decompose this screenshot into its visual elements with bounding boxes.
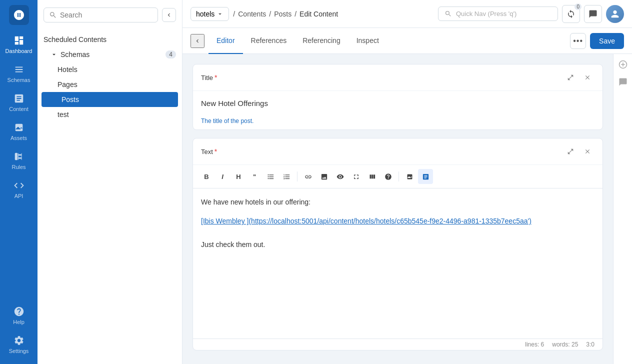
rte-words-count: words: 25 [552,341,578,348]
schemas-tree-label: Schemas [60,50,90,58]
rte-ordered-list-button[interactable] [279,169,294,184]
rte-heading-button[interactable]: H [231,169,246,184]
text-field-label: Text [201,148,213,156]
rte-image-button[interactable] [316,169,332,184]
title-input[interactable] [193,91,602,116]
tab-inspect-label: Inspect [356,36,379,44]
collapse-sidebar-button[interactable] [162,8,176,22]
tab-bar: Editor References Referencing Inspect ••… [182,28,632,54]
rte-fullscreen-button[interactable] [348,169,364,184]
assets-label: Assets [10,135,27,141]
test-label: test [58,110,69,118]
rte-bold-button[interactable]: B [199,169,214,184]
sidebar-item-pages[interactable]: Pages [38,77,182,92]
tab-editor-label: Editor [216,36,235,44]
dashboard-label: Dashboard [6,48,32,54]
title-card-header: Title * [193,64,602,91]
rte-paragraph-3: Just check them out. [201,239,594,250]
text-close-button[interactable] [580,144,594,158]
more-options-button[interactable]: ••• [570,33,586,49]
user-avatar[interactable] [606,5,624,23]
breadcrumb-sep-1: / [233,10,235,18]
breadcrumb-contents[interactable]: Contents [238,10,266,18]
sidebar-item-hotels[interactable]: Hotels [38,62,182,77]
schemas-count-badge: 4 [166,50,176,58]
sidebar-section-scheduled: Scheduled Contents [38,32,182,47]
sidebar-item-schemas-parent[interactable]: Schemas 4 [38,47,182,62]
search-input[interactable] [60,11,152,19]
help-label: Help [13,319,24,325]
tab-inspect[interactable]: Inspect [348,28,387,54]
rte-bullet-list-button[interactable] [263,169,278,184]
right-strip-icon-1[interactable] [618,60,628,70]
rte-hotel-link[interactable]: [Ibis Wembley ](https://localhost:5001/a… [201,217,532,225]
notifications-button[interactable] [584,5,602,23]
sidebar-item-test[interactable]: test [38,107,182,122]
sidebar-item-help[interactable]: Help [0,301,38,330]
rte-italic-button[interactable]: I [215,169,230,184]
tab-back-button[interactable] [190,34,204,48]
nav-bottom-section: Help Settings [0,301,38,359]
hotels-label: Hotels [58,66,78,74]
sidebar-item-posts[interactable]: Posts [42,92,178,107]
save-button[interactable]: Save [590,33,624,49]
editor-container: Title * The title of the post. [182,54,632,364]
title-required-star: * [214,74,217,82]
sidebar-item-rules[interactable]: Rules [0,146,38,175]
rte-blockquote-button[interactable]: " [247,169,262,184]
title-close-button[interactable] [580,70,594,84]
breadcrumb-current: Edit Content [300,10,338,18]
rte-paragraph-2: [Ibis Wembley ](https://localhost:5001/a… [201,216,594,226]
app-logo[interactable] [9,5,29,25]
tab-editor[interactable]: Editor [208,28,243,54]
main-area: hotels / Contents / Posts / Edit Content… [182,0,632,364]
text-card-actions [564,144,594,158]
title-expand-button[interactable] [564,70,578,84]
app-selector[interactable]: hotels [190,7,229,21]
tab-references[interactable]: References [243,28,295,54]
sidebar-header [38,0,182,30]
rte-separator-2 [398,172,399,182]
sidebar-item-settings[interactable]: Settings [0,330,38,359]
pages-label: Pages [58,80,78,88]
breadcrumb-sep-2: / [269,10,271,18]
api-label: API [14,193,24,199]
breadcrumb-posts[interactable]: Posts [274,10,292,18]
text-required-star: * [214,148,217,156]
rte-position: 3:0 [586,341,594,348]
quick-nav-input[interactable]: Quick Nav (Press 'q') [438,6,558,21]
rte-help-button[interactable] [380,169,396,184]
rte-link-button[interactable] [300,169,316,184]
rte-columns-button[interactable] [364,169,380,184]
rte-content-button[interactable] [418,169,433,184]
search-box[interactable] [44,8,158,22]
tab-references-label: References [251,36,287,44]
sidebar-item-dashboard[interactable]: Dashboard [0,30,38,59]
top-right-actions: Quick Nav (Press 'q') 0 [438,5,624,23]
content-label: Content [9,106,28,112]
rte-asset-button[interactable] [402,169,417,184]
sidebar-item-assets[interactable]: Assets [0,117,38,146]
rte-content-area[interactable]: We have new hotels in our offering: [Ibi… [193,188,602,338]
title-card-actions [564,70,594,84]
sidebar-item-schemas[interactable]: Schemas [0,59,38,88]
right-strip-icon-2[interactable] [618,78,628,88]
sidebar-item-api[interactable]: API [0,175,38,204]
sync-count-badge: 0 [574,4,582,10]
sidebar-item-content[interactable]: Content [0,88,38,117]
breadcrumb: / Contents / Posts / Edit Content [233,10,338,18]
text-expand-button[interactable] [564,144,578,158]
save-label: Save [599,37,615,45]
left-navigation: Dashboard Schemas Content Assets Rules A… [0,0,38,364]
quick-nav-placeholder: Quick Nav (Press 'q') [456,10,516,18]
rte-preview-button[interactable] [332,169,348,184]
settings-label: Settings [9,348,29,354]
rte-toolbar: B I H " [193,165,602,188]
tab-referencing[interactable]: Referencing [294,28,348,54]
sync-button[interactable]: 0 [562,5,580,23]
rte-paragraph-1: We have new hotels in our offering: [201,196,594,208]
rte-separator-1 [297,172,298,182]
scheduled-contents-label: Scheduled Contents [44,36,106,44]
top-bar: hotels / Contents / Posts / Edit Content… [182,0,632,28]
editor-right-strip [613,54,632,364]
